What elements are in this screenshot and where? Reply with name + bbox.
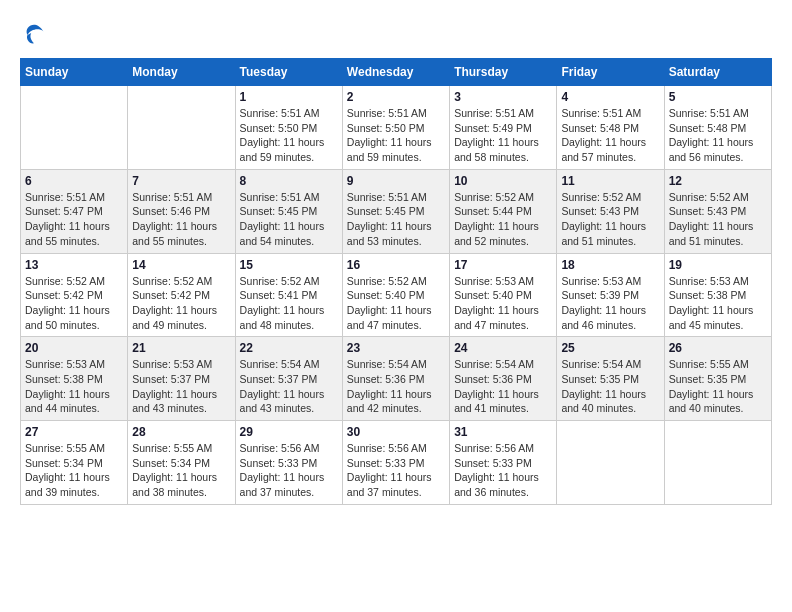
calendar-cell: [664, 421, 771, 505]
day-info: Sunrise: 5:52 AM Sunset: 5:44 PM Dayligh…: [454, 190, 552, 249]
calendar-cell: 26Sunrise: 5:55 AM Sunset: 5:35 PM Dayli…: [664, 337, 771, 421]
weekday-header-thursday: Thursday: [450, 59, 557, 86]
day-number: 7: [132, 174, 230, 188]
day-number: 5: [669, 90, 767, 104]
day-number: 2: [347, 90, 445, 104]
logo-icon: [20, 20, 48, 48]
calendar-cell: 18Sunrise: 5:53 AM Sunset: 5:39 PM Dayli…: [557, 253, 664, 337]
day-info: Sunrise: 5:53 AM Sunset: 5:37 PM Dayligh…: [132, 357, 230, 416]
calendar-cell: [557, 421, 664, 505]
day-info: Sunrise: 5:51 AM Sunset: 5:48 PM Dayligh…: [561, 106, 659, 165]
day-number: 27: [25, 425, 123, 439]
calendar-week-3: 13Sunrise: 5:52 AM Sunset: 5:42 PM Dayli…: [21, 253, 772, 337]
calendar-cell: 16Sunrise: 5:52 AM Sunset: 5:40 PM Dayli…: [342, 253, 449, 337]
day-number: 20: [25, 341, 123, 355]
day-number: 3: [454, 90, 552, 104]
calendar-cell: 19Sunrise: 5:53 AM Sunset: 5:38 PM Dayli…: [664, 253, 771, 337]
day-info: Sunrise: 5:54 AM Sunset: 5:37 PM Dayligh…: [240, 357, 338, 416]
weekday-header-row: SundayMondayTuesdayWednesdayThursdayFrid…: [21, 59, 772, 86]
calendar-week-4: 20Sunrise: 5:53 AM Sunset: 5:38 PM Dayli…: [21, 337, 772, 421]
day-info: Sunrise: 5:53 AM Sunset: 5:38 PM Dayligh…: [669, 274, 767, 333]
calendar-cell: 4Sunrise: 5:51 AM Sunset: 5:48 PM Daylig…: [557, 86, 664, 170]
day-number: 25: [561, 341, 659, 355]
day-info: Sunrise: 5:52 AM Sunset: 5:43 PM Dayligh…: [669, 190, 767, 249]
calendar-cell: 28Sunrise: 5:55 AM Sunset: 5:34 PM Dayli…: [128, 421, 235, 505]
calendar-week-5: 27Sunrise: 5:55 AM Sunset: 5:34 PM Dayli…: [21, 421, 772, 505]
calendar-cell: 12Sunrise: 5:52 AM Sunset: 5:43 PM Dayli…: [664, 169, 771, 253]
calendar-cell: 14Sunrise: 5:52 AM Sunset: 5:42 PM Dayli…: [128, 253, 235, 337]
day-number: 26: [669, 341, 767, 355]
day-number: 10: [454, 174, 552, 188]
day-info: Sunrise: 5:51 AM Sunset: 5:50 PM Dayligh…: [347, 106, 445, 165]
day-info: Sunrise: 5:53 AM Sunset: 5:40 PM Dayligh…: [454, 274, 552, 333]
day-info: Sunrise: 5:52 AM Sunset: 5:40 PM Dayligh…: [347, 274, 445, 333]
day-info: Sunrise: 5:51 AM Sunset: 5:45 PM Dayligh…: [347, 190, 445, 249]
calendar-cell: 31Sunrise: 5:56 AM Sunset: 5:33 PM Dayli…: [450, 421, 557, 505]
calendar-cell: 25Sunrise: 5:54 AM Sunset: 5:35 PM Dayli…: [557, 337, 664, 421]
day-info: Sunrise: 5:51 AM Sunset: 5:46 PM Dayligh…: [132, 190, 230, 249]
weekday-header-tuesday: Tuesday: [235, 59, 342, 86]
day-info: Sunrise: 5:55 AM Sunset: 5:34 PM Dayligh…: [25, 441, 123, 500]
day-number: 22: [240, 341, 338, 355]
weekday-header-friday: Friday: [557, 59, 664, 86]
day-number: 9: [347, 174, 445, 188]
calendar-cell: 30Sunrise: 5:56 AM Sunset: 5:33 PM Dayli…: [342, 421, 449, 505]
day-info: Sunrise: 5:51 AM Sunset: 5:48 PM Dayligh…: [669, 106, 767, 165]
calendar-cell: [21, 86, 128, 170]
calendar-cell: 1Sunrise: 5:51 AM Sunset: 5:50 PM Daylig…: [235, 86, 342, 170]
day-number: 6: [25, 174, 123, 188]
calendar-cell: 2Sunrise: 5:51 AM Sunset: 5:50 PM Daylig…: [342, 86, 449, 170]
day-info: Sunrise: 5:51 AM Sunset: 5:45 PM Dayligh…: [240, 190, 338, 249]
day-number: 30: [347, 425, 445, 439]
calendar-cell: 21Sunrise: 5:53 AM Sunset: 5:37 PM Dayli…: [128, 337, 235, 421]
day-info: Sunrise: 5:52 AM Sunset: 5:41 PM Dayligh…: [240, 274, 338, 333]
weekday-header-sunday: Sunday: [21, 59, 128, 86]
calendar-cell: 7Sunrise: 5:51 AM Sunset: 5:46 PM Daylig…: [128, 169, 235, 253]
day-info: Sunrise: 5:52 AM Sunset: 5:42 PM Dayligh…: [132, 274, 230, 333]
day-number: 17: [454, 258, 552, 272]
day-info: Sunrise: 5:55 AM Sunset: 5:34 PM Dayligh…: [132, 441, 230, 500]
calendar-cell: 24Sunrise: 5:54 AM Sunset: 5:36 PM Dayli…: [450, 337, 557, 421]
day-number: 31: [454, 425, 552, 439]
day-info: Sunrise: 5:54 AM Sunset: 5:36 PM Dayligh…: [347, 357, 445, 416]
day-number: 24: [454, 341, 552, 355]
calendar-cell: 23Sunrise: 5:54 AM Sunset: 5:36 PM Dayli…: [342, 337, 449, 421]
day-info: Sunrise: 5:52 AM Sunset: 5:43 PM Dayligh…: [561, 190, 659, 249]
calendar-cell: 20Sunrise: 5:53 AM Sunset: 5:38 PM Dayli…: [21, 337, 128, 421]
calendar-cell: 29Sunrise: 5:56 AM Sunset: 5:33 PM Dayli…: [235, 421, 342, 505]
day-number: 12: [669, 174, 767, 188]
day-info: Sunrise: 5:51 AM Sunset: 5:50 PM Dayligh…: [240, 106, 338, 165]
calendar-cell: 27Sunrise: 5:55 AM Sunset: 5:34 PM Dayli…: [21, 421, 128, 505]
calendar-cell: 11Sunrise: 5:52 AM Sunset: 5:43 PM Dayli…: [557, 169, 664, 253]
calendar-cell: 3Sunrise: 5:51 AM Sunset: 5:49 PM Daylig…: [450, 86, 557, 170]
day-number: 28: [132, 425, 230, 439]
calendar-cell: 10Sunrise: 5:52 AM Sunset: 5:44 PM Dayli…: [450, 169, 557, 253]
day-number: 4: [561, 90, 659, 104]
calendar-cell: 6Sunrise: 5:51 AM Sunset: 5:47 PM Daylig…: [21, 169, 128, 253]
day-number: 13: [25, 258, 123, 272]
day-info: Sunrise: 5:52 AM Sunset: 5:42 PM Dayligh…: [25, 274, 123, 333]
day-info: Sunrise: 5:51 AM Sunset: 5:49 PM Dayligh…: [454, 106, 552, 165]
day-info: Sunrise: 5:55 AM Sunset: 5:35 PM Dayligh…: [669, 357, 767, 416]
calendar-cell: 8Sunrise: 5:51 AM Sunset: 5:45 PM Daylig…: [235, 169, 342, 253]
calendar-cell: 15Sunrise: 5:52 AM Sunset: 5:41 PM Dayli…: [235, 253, 342, 337]
calendar-cell: 22Sunrise: 5:54 AM Sunset: 5:37 PM Dayli…: [235, 337, 342, 421]
day-number: 14: [132, 258, 230, 272]
weekday-header-saturday: Saturday: [664, 59, 771, 86]
day-number: 18: [561, 258, 659, 272]
day-info: Sunrise: 5:54 AM Sunset: 5:35 PM Dayligh…: [561, 357, 659, 416]
weekday-header-wednesday: Wednesday: [342, 59, 449, 86]
day-info: Sunrise: 5:53 AM Sunset: 5:39 PM Dayligh…: [561, 274, 659, 333]
page-header: [20, 20, 772, 48]
day-number: 21: [132, 341, 230, 355]
day-info: Sunrise: 5:54 AM Sunset: 5:36 PM Dayligh…: [454, 357, 552, 416]
calendar-cell: 13Sunrise: 5:52 AM Sunset: 5:42 PM Dayli…: [21, 253, 128, 337]
day-number: 1: [240, 90, 338, 104]
calendar-cell: 9Sunrise: 5:51 AM Sunset: 5:45 PM Daylig…: [342, 169, 449, 253]
day-info: Sunrise: 5:56 AM Sunset: 5:33 PM Dayligh…: [347, 441, 445, 500]
day-info: Sunrise: 5:51 AM Sunset: 5:47 PM Dayligh…: [25, 190, 123, 249]
calendar-table: SundayMondayTuesdayWednesdayThursdayFrid…: [20, 58, 772, 505]
calendar-week-1: 1Sunrise: 5:51 AM Sunset: 5:50 PM Daylig…: [21, 86, 772, 170]
logo: [20, 20, 52, 48]
day-info: Sunrise: 5:56 AM Sunset: 5:33 PM Dayligh…: [240, 441, 338, 500]
